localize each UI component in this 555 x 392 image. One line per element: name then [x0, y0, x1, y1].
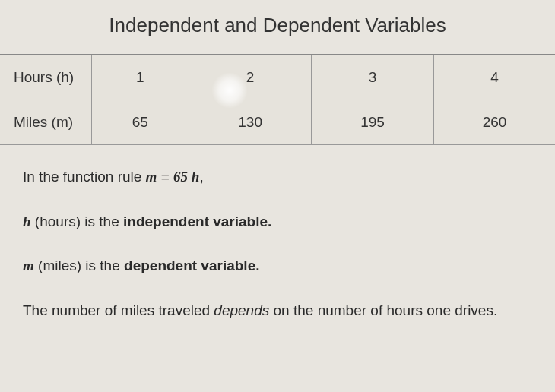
function-rule-text: In the function rule m = 65 h, [23, 166, 532, 188]
variable-h: h [23, 213, 31, 229]
hours-cell: 1 [91, 55, 189, 100]
hours-cell: 4 [434, 55, 555, 100]
explanation-content: In the function rule m = 65 h, h (hours)… [0, 145, 555, 321]
text-fragment: (hours) is the [31, 213, 123, 229]
independent-label: independent variable. [123, 213, 271, 229]
summary-text: The number of miles traveled depends on … [23, 300, 532, 322]
depends-emphasis: depends [214, 302, 269, 318]
variables-table: Hours (h) 1 2 3 4 Miles (m) 65 130 195 2… [0, 54, 555, 145]
variable-m: m [146, 169, 157, 185]
text-fragment: on the number of hours one drives. [269, 302, 497, 318]
dependent-label: dependent variable. [124, 258, 259, 273]
variable-m: m [23, 258, 34, 273]
text-fragment: (miles) is the [34, 258, 124, 273]
hours-row-header: Hours (h) [0, 55, 91, 100]
miles-row-header: Miles (m) [0, 100, 91, 145]
miles-cell: 130 [189, 100, 312, 145]
independent-variable-text: h (hours) is the independent variable. [23, 211, 532, 233]
dependent-variable-text: m (miles) is the dependent variable. [23, 255, 532, 277]
miles-cell: 195 [312, 100, 434, 145]
hours-cell: 3 [312, 55, 434, 100]
table-row: Miles (m) 65 130 195 260 [0, 100, 555, 145]
text-fragment: = [157, 169, 173, 185]
miles-cell: 260 [434, 100, 555, 145]
text-fragment: The number of miles traveled [23, 302, 214, 318]
page-title: Independent and Dependent Variables [0, 0, 555, 54]
table-row: Hours (h) 1 2 3 4 [0, 55, 555, 100]
variable-h: 65 h [173, 169, 199, 185]
text-fragment: , [199, 169, 203, 185]
text-fragment: In the function rule [23, 169, 146, 185]
hours-cell: 2 [189, 55, 312, 100]
miles-cell: 65 [91, 100, 189, 145]
